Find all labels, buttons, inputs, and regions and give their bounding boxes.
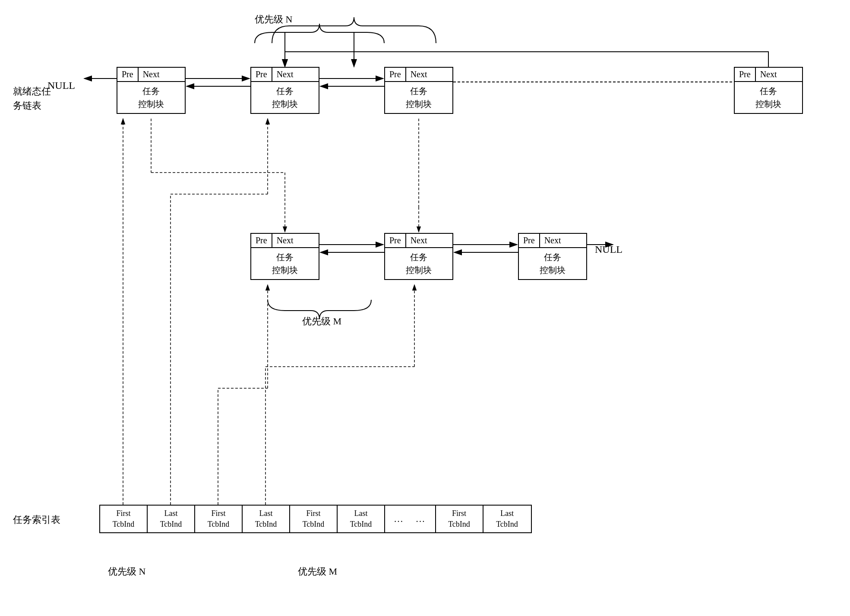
tcb-r1b2: Pre Next 任务控制块: [250, 67, 319, 114]
index-dots: … …: [385, 506, 436, 532]
tcb-r1b1-body: 任务控制块: [117, 82, 185, 113]
tcb-r1b4-pre: Pre: [735, 68, 756, 81]
tcb-r1b4-next: Next: [756, 68, 781, 81]
index-n-last-label: LastTcbInd: [160, 508, 182, 530]
index-cell-n-first: FirstTcbInd: [100, 506, 148, 532]
tcb-r1b1-next: Next: [139, 68, 164, 81]
index-m-last-label: LastTcbInd: [350, 508, 372, 530]
diagram-container: Pre Next 任务控制块 Pre Next 任务控制块 Pre Next 任…: [0, 0, 850, 616]
tcb-r2b1-pre: Pre: [251, 234, 272, 247]
priority-n-top-label: 优先级 N: [255, 13, 292, 26]
ready-list-label: 就绪态任务链表: [13, 84, 51, 113]
tcb-r2b2: Pre Next 任务控制块: [384, 233, 453, 280]
tcb-r2b1: Pre Next 任务控制块: [250, 233, 319, 280]
index-last-first-label: FirstTcbInd: [448, 508, 470, 530]
priority-n-brace-svg: [0, 0, 850, 65]
tcb-r2b2-body: 任务控制块: [385, 248, 452, 279]
priority-m-index-label: 优先级 M: [298, 565, 337, 578]
tcb-r2b2-next: Next: [406, 234, 432, 247]
index-cell-n-last: LastTcbInd: [148, 506, 195, 532]
index-cell-last-last: LastTcbInd: [483, 506, 531, 532]
index-cell-last-first: FirstTcbInd: [436, 506, 483, 532]
tcb-r2b1-next: Next: [272, 234, 298, 247]
index-n-first-label: FirstTcbInd: [113, 508, 135, 530]
tcb-r1b3: Pre Next 任务控制块: [384, 67, 453, 114]
index-cell-2-first: FirstTcbInd: [195, 506, 243, 532]
tcb-r1b3-body: 任务控制块: [385, 82, 452, 113]
tcb-r1b4: Pre Next 任务控制块: [734, 67, 803, 114]
null-left-label: NULL: [47, 80, 75, 91]
tcb-r1b2-pre: Pre: [251, 68, 272, 81]
tcb-r2b3: Pre Next 任务控制块: [518, 233, 587, 280]
tcb-r1b3-next: Next: [406, 68, 432, 81]
task-index-label: 任务索引表: [13, 513, 60, 526]
index-m-first-label: FirstTcbInd: [303, 508, 325, 530]
tcb-r1b4-body: 任务控制块: [735, 82, 802, 113]
priority-n-bottom-label: 优先级 N: [108, 565, 145, 578]
index-cell-2-last: LastTcbInd: [243, 506, 290, 532]
index-table: FirstTcbInd LastTcbInd FirstTcbInd LastT…: [99, 505, 532, 533]
index-2-last-label: LastTcbInd: [255, 508, 277, 530]
index-last-last-label: LastTcbInd: [496, 508, 518, 530]
tcb-r1b2-next: Next: [272, 68, 298, 81]
tcb-r1b2-body: 任务控制块: [251, 82, 319, 113]
tcb-r2b1-body: 任务控制块: [251, 248, 319, 279]
priority-m-bottom-label: 优先级 M: [302, 315, 341, 328]
tcb-r2b3-next: Next: [540, 234, 566, 247]
null-right-label: NULL: [595, 244, 622, 255]
index-2-first-label: FirstTcbInd: [208, 508, 230, 530]
tcb-r1b1-pre: Pre: [117, 68, 139, 81]
tcb-r2b3-pre: Pre: [519, 234, 540, 247]
index-cell-m-last: LastTcbInd: [338, 506, 385, 532]
tcb-r1b1: Pre Next 任务控制块: [117, 67, 186, 114]
tcb-r2b2-pre: Pre: [385, 234, 406, 247]
tcb-r1b3-pre: Pre: [385, 68, 406, 81]
tcb-r2b3-body: 任务控制块: [519, 248, 586, 279]
index-cell-m-first: FirstTcbInd: [290, 506, 338, 532]
